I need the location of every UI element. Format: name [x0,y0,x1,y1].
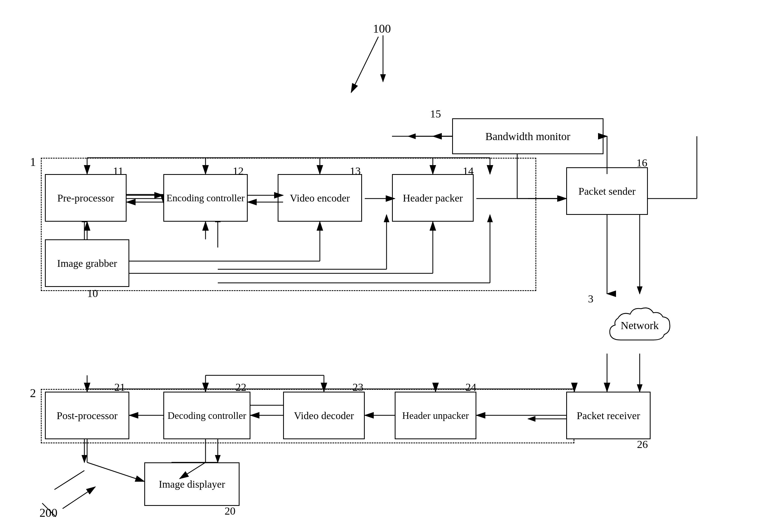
network-cloud: Network [599,294,681,354]
packet-sender-box: Packet sender [566,167,648,215]
label-15: 15 [430,107,441,120]
label-12: 12 [233,165,244,177]
label-26: 26 [637,438,648,451]
label-14: 14 [463,165,474,177]
encoding-controller-box: Encoding controller [163,174,248,222]
preprocessor-box: Pre-processor [45,174,126,222]
packet-receiver-box: Packet receiver [566,392,651,439]
label-2: 2 [30,386,36,400]
label-200: 200 [39,506,57,520]
svg-text:Network: Network [621,319,659,332]
label-22: 22 [236,381,246,394]
label-3: 3 [588,292,594,305]
label-24: 24 [465,381,476,394]
video-encoder-box: Video encoder [278,174,362,222]
image-grabber-box: Image grabber [45,239,129,287]
label-11: 11 [113,165,123,177]
header-packer-box: Header packer [392,174,474,222]
diagram: 100 1 Bandwidth monitor 15 Pre-processor… [0,0,766,532]
label-100: 100 [373,22,391,36]
bandwidth-monitor-box: Bandwidth monitor [452,118,604,154]
svg-line-33 [54,471,84,490]
label-1: 1 [30,155,36,169]
label-21: 21 [114,381,125,394]
decoding-controller-box: Decoding controller [163,392,251,439]
label-16: 16 [637,156,647,169]
label-13: 13 [350,165,361,177]
label-23: 23 [353,381,363,394]
label-20: 20 [225,505,236,517]
label-10: 10 [87,287,98,300]
video-decoder-box: Video decoder [283,392,365,439]
image-displayer-box: Image displayer [144,462,240,506]
header-unpacker-box: Header unpacker [395,392,476,439]
postprocessor-box: Post-processor [45,392,129,439]
